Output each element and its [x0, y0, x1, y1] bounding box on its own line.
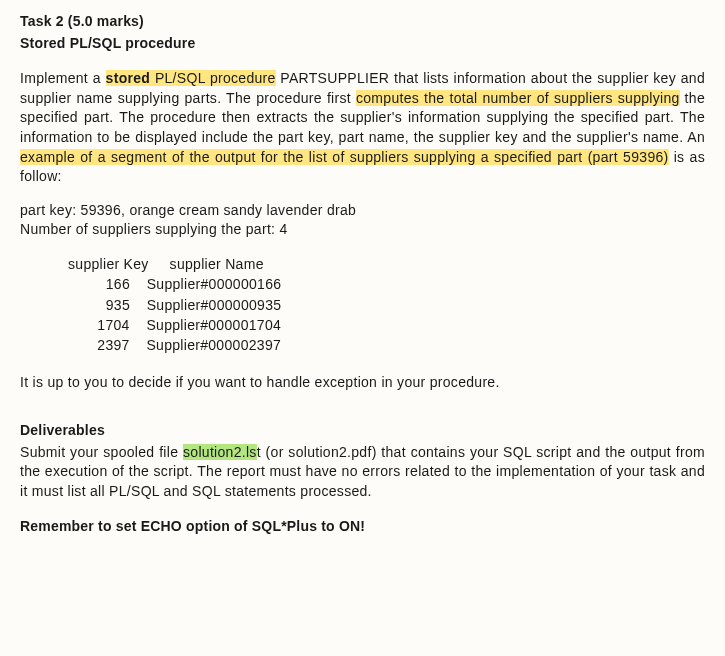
task-title: Task 2 (5.0 marks): [20, 12, 705, 32]
deliverables-heading: Deliverables: [20, 421, 705, 441]
output-line-2: Number of suppliers supplying the part: …: [20, 220, 705, 240]
highlight-computes: computes the total number of suppliers s…: [356, 90, 680, 106]
highlight-procedure: PL/SQL procedure: [150, 70, 275, 86]
task-subtitle: Stored PL/SQL procedure: [20, 34, 705, 54]
table-row: 166 Supplier#000000166: [68, 274, 705, 294]
text: Implement a: [20, 70, 106, 86]
remember-note: Remember to set ECHO option of SQL*Plus …: [20, 517, 705, 537]
highlight-solution-file: solution2.ls: [183, 444, 257, 460]
deliverables-paragraph: Submit your spooled file solution2.lst (…: [20, 443, 705, 502]
highlight-example: example of a segment of the output for t…: [20, 149, 669, 165]
output-block: part key: 59396, orange cream sandy lave…: [20, 201, 705, 240]
table-row: 935 Supplier#000000935: [68, 295, 705, 315]
text: PARTSUPPLIE: [276, 70, 379, 86]
table-header: supplier Key supplier Name: [68, 254, 705, 274]
text: Submit your spooled file: [20, 444, 183, 460]
highlight-stored: stored: [106, 70, 151, 86]
exception-note: It is up to you to decide if you want to…: [20, 373, 705, 393]
output-line-1: part key: 59396, orange cream sandy lave…: [20, 201, 705, 221]
intro-paragraph: Implement a stored PL/SQL procedure PART…: [20, 69, 705, 187]
table-row: 1704 Supplier#000001704: [68, 315, 705, 335]
supplier-table: supplier Key supplier Name 166 Supplier#…: [68, 254, 705, 355]
table-row: 2397 Supplier#000002397: [68, 335, 705, 355]
